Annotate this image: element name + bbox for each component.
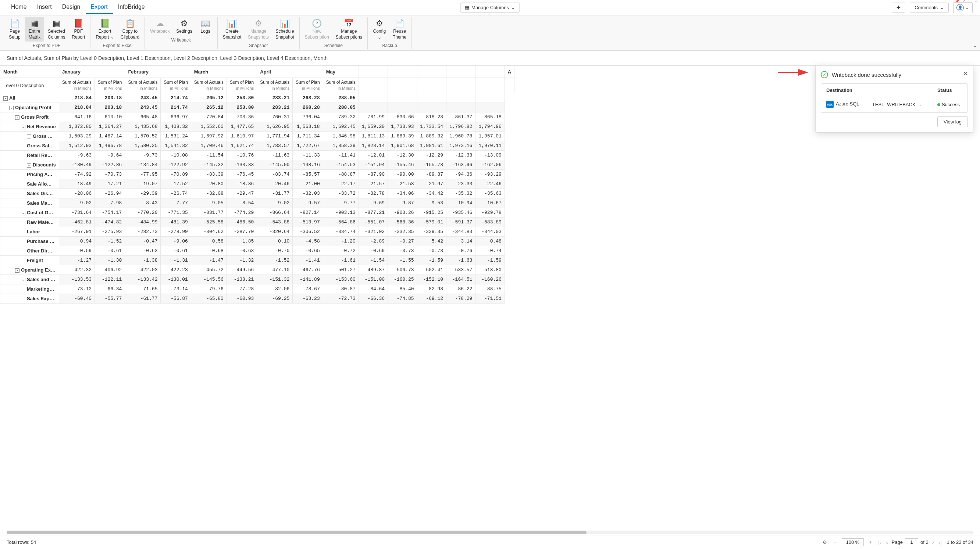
close-icon[interactable]: ✕ bbox=[963, 70, 968, 77]
cell[interactable]: -151.32 bbox=[257, 275, 293, 284]
cell[interactable]: -9.69 bbox=[358, 198, 388, 208]
cell[interactable]: -474.82 bbox=[95, 217, 125, 227]
cell[interactable]: 253.80 bbox=[226, 103, 257, 113]
table-row[interactable]: Sales Exp…-60.40-55.77-61.77-56.87-65.80… bbox=[0, 294, 514, 303]
cell[interactable]: -731.64 bbox=[59, 208, 95, 217]
col-header-actuals[interactable]: Sum of Actualsin Millions bbox=[191, 78, 226, 93]
cell[interactable]: -9.53 bbox=[417, 198, 446, 208]
cell[interactable]: -85.40 bbox=[388, 284, 417, 294]
col-header-plan[interactable]: Sum of Planin Millions bbox=[226, 78, 257, 93]
cell[interactable]: -7.77 bbox=[161, 198, 191, 208]
row-toggle-icon[interactable]: - bbox=[15, 115, 19, 120]
cell[interactable]: 0.48 bbox=[476, 236, 504, 246]
cell[interactable]: 0.58 bbox=[191, 236, 226, 246]
cell[interactable]: -88.87 bbox=[323, 170, 358, 179]
prev-page-button[interactable]: ‹ bbox=[885, 539, 889, 546]
cell[interactable]: -12.29 bbox=[417, 151, 446, 160]
cell[interactable]: -148.16 bbox=[293, 160, 323, 170]
cell[interactable]: 1,970.11 bbox=[476, 141, 504, 151]
cell[interactable]: 203.18 bbox=[95, 93, 125, 103]
add-comment-button[interactable]: ✚ bbox=[892, 3, 905, 13]
tab-infobridge[interactable]: InfoBridge bbox=[113, 1, 150, 14]
cell[interactable]: -17.52 bbox=[161, 179, 191, 189]
cell[interactable]: -22.46 bbox=[476, 179, 504, 189]
cell[interactable]: -56.87 bbox=[161, 294, 191, 303]
cell[interactable]: -9.63 bbox=[59, 151, 95, 160]
cell[interactable]: -489.87 bbox=[358, 265, 388, 275]
cell[interactable]: -65.80 bbox=[191, 294, 226, 303]
col-header-actuals[interactable]: Sum of Actualsin Millions bbox=[323, 78, 358, 93]
row-toggle-icon[interactable]: - bbox=[21, 125, 25, 129]
cell[interactable]: -133.53 bbox=[59, 275, 95, 284]
cell[interactable]: -9.64 bbox=[95, 151, 125, 160]
cell[interactable]: 789.32 bbox=[323, 113, 358, 122]
cell[interactable]: 1,435.68 bbox=[125, 122, 161, 132]
cell[interactable]: -1.54 bbox=[358, 256, 388, 265]
cell[interactable]: 1,711.34 bbox=[293, 132, 323, 141]
cell[interactable]: 214.74 bbox=[161, 103, 191, 113]
cell[interactable]: -304.62 bbox=[191, 227, 226, 236]
cell[interactable]: 253.80 bbox=[226, 93, 257, 103]
table-row[interactable]: -Discounts-130.49-122.86-134.84-122.92-1… bbox=[0, 160, 514, 170]
row-header[interactable]: -Gross Profit bbox=[0, 113, 59, 122]
cell[interactable]: 288.05 bbox=[323, 93, 358, 103]
last-page-button[interactable]: ›| bbox=[937, 539, 943, 546]
cell[interactable] bbox=[476, 93, 504, 103]
cell[interactable]: 1,858.39 bbox=[323, 141, 358, 151]
cell[interactable]: -152.10 bbox=[417, 275, 446, 284]
first-page-button[interactable]: |‹ bbox=[877, 539, 883, 546]
table-row[interactable]: -Gross Profit641.16610.10665.48636.97720… bbox=[0, 113, 514, 122]
cell[interactable]: -133.33 bbox=[226, 160, 257, 170]
cell[interactable]: -1.55 bbox=[388, 256, 417, 265]
cell[interactable]: -163.96 bbox=[446, 160, 476, 170]
cell[interactable]: -11.63 bbox=[257, 151, 293, 160]
cell[interactable]: 283.21 bbox=[257, 103, 293, 113]
cell[interactable]: 1,570.52 bbox=[125, 132, 161, 141]
cell[interactable]: -0.76 bbox=[446, 246, 476, 256]
cell[interactable]: -86.22 bbox=[446, 284, 476, 294]
table-row[interactable]: -All218.84203.18243.45214.74265.12253.80… bbox=[0, 93, 514, 103]
cell[interactable]: -1.61 bbox=[323, 256, 358, 265]
cell[interactable]: -915.25 bbox=[417, 208, 446, 217]
cell[interactable]: -518.80 bbox=[476, 265, 504, 275]
cell[interactable]: -29.47 bbox=[226, 189, 257, 198]
cell[interactable]: 1,733.93 bbox=[388, 122, 417, 132]
cell[interactable]: 268.28 bbox=[293, 93, 323, 103]
col-header-plan[interactable]: Sum of Planin Millions bbox=[95, 78, 125, 93]
cell[interactable]: -154.53 bbox=[323, 160, 358, 170]
cell[interactable]: -1.20 bbox=[323, 236, 358, 246]
row-header[interactable]: Marketing… bbox=[0, 284, 59, 294]
table-row[interactable]: Other Dir…-0.59-0.61-0.63-0.61-0.68-0.63… bbox=[0, 246, 514, 256]
cell[interactable]: -33.72 bbox=[323, 189, 358, 198]
manage-subscriptions-button[interactable]: 📅ManageSubscriptions bbox=[333, 17, 365, 41]
cell[interactable] bbox=[388, 93, 417, 103]
cell[interactable]: -831.77 bbox=[191, 208, 226, 217]
export-report-button[interactable]: 📗ExportReport ⌄ bbox=[93, 17, 116, 41]
cell[interactable]: 1,610.97 bbox=[226, 132, 257, 141]
cell[interactable]: 1.85 bbox=[226, 236, 257, 246]
row-header[interactable]: -Operating Ex… bbox=[0, 265, 59, 275]
table-row[interactable]: Labor-267.91-275.93-282.73-278.99-304.62… bbox=[0, 227, 514, 236]
cell[interactable]: -0.47 bbox=[125, 236, 161, 246]
cell[interactable]: -79.76 bbox=[191, 284, 226, 294]
cell[interactable]: -422.23 bbox=[161, 265, 191, 275]
tab-export[interactable]: Export bbox=[86, 1, 113, 14]
entire-matrix-button[interactable]: ▦EntireMatrix bbox=[25, 17, 44, 41]
cell[interactable]: -77.95 bbox=[125, 170, 161, 179]
cell[interactable]: 1,960.78 bbox=[446, 132, 476, 141]
cell[interactable]: 760.31 bbox=[257, 113, 293, 122]
cell[interactable]: -1.52 bbox=[95, 236, 125, 246]
cell[interactable]: -151.00 bbox=[358, 275, 388, 284]
table-row[interactable]: -Cost of Goo…-731.64-754.17-770.20-771.3… bbox=[0, 208, 514, 217]
cell[interactable]: 1,477.65 bbox=[226, 122, 257, 132]
cell[interactable]: -935.46 bbox=[446, 208, 476, 217]
cell[interactable]: -0.63 bbox=[125, 246, 161, 256]
cell[interactable]: -35.63 bbox=[476, 189, 504, 198]
cell[interactable]: -20.46 bbox=[257, 179, 293, 189]
create-snapshot-button[interactable]: 📊CreateSnapshot bbox=[220, 17, 245, 41]
cell[interactable]: -770.20 bbox=[125, 208, 161, 217]
cell[interactable]: 1,364.27 bbox=[95, 122, 125, 132]
table-row[interactable]: -Sales and M…-133.53-122.11-133.42-130.0… bbox=[0, 275, 514, 284]
cell[interactable]: -122.92 bbox=[161, 160, 191, 170]
next-page-button[interactable]: › bbox=[931, 539, 935, 546]
